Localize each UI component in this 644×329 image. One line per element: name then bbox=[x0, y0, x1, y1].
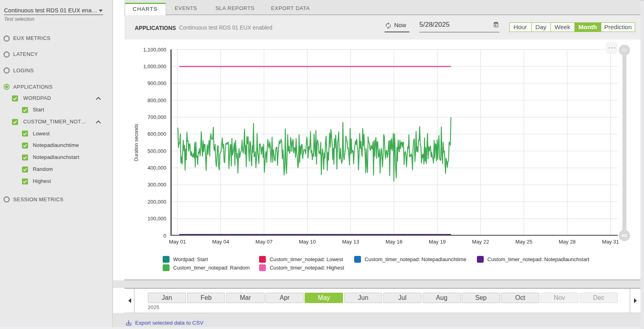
svg-text:May 25: May 25 bbox=[515, 239, 532, 245]
svg-text:May 10: May 10 bbox=[299, 239, 316, 245]
svg-text:400,000: 400,000 bbox=[148, 165, 166, 171]
svg-text:May 19: May 19 bbox=[429, 239, 446, 245]
svg-text:500,000: 500,000 bbox=[148, 148, 166, 154]
svg-text:100,000: 100,000 bbox=[148, 216, 166, 222]
svg-text:1,000,000: 1,000,000 bbox=[143, 63, 166, 69]
svg-text:600,000: 600,000 bbox=[148, 131, 166, 137]
svg-text:1,100,000: 1,100,000 bbox=[143, 47, 166, 53]
svg-text:700,000: 700,000 bbox=[148, 114, 166, 120]
svg-text:May 28: May 28 bbox=[558, 239, 576, 245]
svg-text:May 31: May 31 bbox=[602, 239, 619, 245]
svg-text:900,000: 900,000 bbox=[148, 80, 166, 86]
svg-text:May 16: May 16 bbox=[385, 239, 403, 245]
svg-text:May 22: May 22 bbox=[472, 239, 489, 245]
svg-text:800,000: 800,000 bbox=[148, 97, 166, 103]
svg-text:May 13: May 13 bbox=[342, 239, 359, 245]
svg-text:0: 0 bbox=[163, 233, 166, 239]
svg-text:300,000: 300,000 bbox=[148, 182, 166, 188]
svg-text:Duration seconds: Duration seconds bbox=[134, 124, 139, 161]
svg-text:May 01: May 01 bbox=[169, 239, 186, 245]
svg-text:200,000: 200,000 bbox=[148, 199, 166, 205]
svg-text:May 04: May 04 bbox=[212, 239, 229, 245]
svg-text:May 07: May 07 bbox=[255, 239, 273, 245]
